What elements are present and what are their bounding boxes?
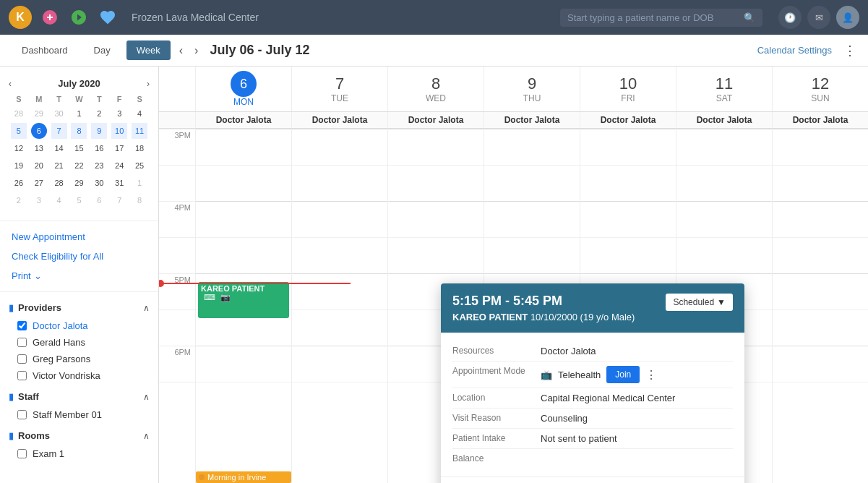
cal-day-25[interactable]: 25 [132,158,147,174]
cal-day-6-today[interactable]: 6 [31,123,47,139]
cal-day-28[interactable]: 28 [51,175,67,191]
next-week-button[interactable]: › [192,43,201,59]
day-header-mon[interactable]: 6 Mon [195,67,291,111]
cal-day-3-next[interactable]: 3 [31,192,47,208]
staff-toggle-icon[interactable]: ▮ [9,391,14,402]
cal-day-20[interactable]: 20 [31,158,47,174]
cal-day-2[interactable]: 2 [91,106,107,121]
mini-calendar: ‹ July 2020 › S M T W T F S 28 29 30 1 2… [0,72,158,215]
appointment-block[interactable]: KAREO PATIENT ⌨ 📷 [198,282,289,318]
mail-icon[interactable]: ✉ [807,6,830,29]
rooms-toggle-icon[interactable]: ▮ [9,430,14,441]
cal-day-7-next[interactable]: 7 [111,192,127,208]
cal-day-3[interactable]: 3 [111,106,127,121]
day-header-tue[interactable]: 7 Tue [291,67,387,111]
join-button[interactable]: Join [606,366,640,383]
cal-day-24[interactable]: 24 [111,158,127,174]
status-dropdown-button[interactable]: Scheduled ▼ [666,294,733,311]
cal-day-6-next[interactable]: 6 [91,192,107,208]
cal-day-18[interactable]: 18 [132,140,147,156]
provider-checkbox-parsons[interactable] [17,354,27,364]
resources-label: Resources [452,346,532,356]
prev-week-button[interactable]: ‹ [176,43,186,59]
time-header-spacer [159,67,195,111]
cal-day-10[interactable]: 10 [111,123,127,139]
nav-actions: 🕐 ✉ 👤 [778,6,859,29]
cal-day-29[interactable]: 29 [71,175,87,191]
cal-day-12[interactable]: 12 [11,140,27,156]
cal-day-5[interactable]: 5 [11,123,27,139]
cal-day-30-prev[interactable]: 30 [51,106,67,121]
cal-day-2-next[interactable]: 2 [11,192,27,208]
day-header-fri[interactable]: 10 Fri [580,67,676,111]
print-button[interactable]: Print ⌄ [0,266,158,286]
cal-day-16[interactable]: 16 [91,140,107,156]
cal-day-17[interactable]: 17 [111,140,127,156]
staff-collapse-button[interactable]: ∧ [143,392,150,402]
morning-event[interactable]: Morning in Irvine [196,471,291,483]
cal-day-1-next[interactable]: 1 [132,175,147,191]
heart-icon[interactable] [97,7,119,28]
cal-day-4[interactable]: 4 [132,106,147,121]
cal-day-8[interactable]: 8 [71,123,87,139]
cal-day-13[interactable]: 13 [31,140,47,156]
cal-day-7[interactable]: 7 [51,123,67,139]
health-icon[interactable] [68,7,90,28]
room-checkbox-exam1[interactable] [17,449,27,458]
app-logo[interactable]: K [9,6,32,29]
cal-day-28-prev[interactable]: 28 [11,106,27,121]
more-options-icon[interactable]: ⋮ [843,43,856,59]
rooms-collapse-button[interactable]: ∧ [143,431,150,441]
history-icon[interactable]: 🕐 [778,6,802,29]
cal-day-1[interactable]: 1 [71,106,87,121]
cal-day-8-next[interactable]: 8 [132,192,147,208]
day-name-fri: Fri [621,93,635,103]
cal-day-23[interactable]: 23 [91,158,107,174]
search-bar[interactable]: 🔍 [560,9,762,27]
cal-day-22[interactable]: 22 [71,158,87,174]
cal-day-27[interactable]: 27 [31,175,47,191]
cal-day-14[interactable]: 14 [51,140,67,156]
prev-month-button[interactable]: ‹ [9,79,12,89]
cal-day-29-prev[interactable]: 29 [31,106,47,121]
avatar[interactable]: 👤 [836,6,859,29]
tab-dashboard[interactable]: Dashboard [12,40,78,60]
provider-checkbox-jalota[interactable] [17,321,27,330]
cal-day-4-next[interactable]: 4 [51,192,67,208]
cal-day-19[interactable]: 19 [11,158,27,174]
cal-day-31[interactable]: 31 [111,175,127,191]
provider-name-parsons: Greg Parsons [33,354,90,364]
day-col-tue[interactable] [291,129,387,483]
staff-checkbox-01[interactable] [17,410,27,419]
check-eligibility-link[interactable]: Check Eligibility for All [0,247,158,266]
day-col-mon[interactable]: KAREO PATIENT ⌨ 📷 Morning in Irvine [195,129,291,483]
next-month-button[interactable]: › [147,79,150,89]
provider-item-hans: Gerald Hans [0,334,158,351]
day-header-wed[interactable]: 8 Wed [387,67,484,111]
provider-checkbox-vondriska[interactable] [17,371,27,380]
cal-day-9[interactable]: 9 [91,123,107,139]
day-header-sun[interactable]: 12 Sun [772,67,868,111]
tab-week[interactable]: Week [126,40,171,60]
providers-toggle-icon[interactable]: ▮ [9,302,14,313]
search-input[interactable] [567,12,739,23]
day-col-sun[interactable] [772,129,868,483]
day-name-sun: Sun [811,93,829,103]
new-appointment-link[interactable]: New Appointment [0,227,158,247]
cal-day-15[interactable]: 15 [71,140,87,156]
cal-day-21[interactable]: 21 [51,158,67,174]
cal-day-5-next[interactable]: 5 [71,192,87,208]
providers-collapse-button[interactable]: ∧ [143,303,150,313]
facility-name: Frozen Lava Medical Center [132,12,553,23]
add-icon[interactable] [39,7,61,28]
cal-day-30[interactable]: 30 [91,175,107,191]
cal-day-26[interactable]: 26 [11,175,27,191]
day-header-sat[interactable]: 11 Sat [676,67,772,111]
day-header-thu[interactable]: 9 Thu [484,67,580,111]
calendar-settings-link[interactable]: Calendar Settings [757,45,832,56]
mode-more-button[interactable]: ⋮ [645,368,657,382]
tab-day[interactable]: Day [84,40,121,60]
cal-day-11[interactable]: 11 [132,123,147,139]
week-title: July 06 - July 12 [210,43,751,58]
provider-checkbox-hans[interactable] [17,338,27,347]
